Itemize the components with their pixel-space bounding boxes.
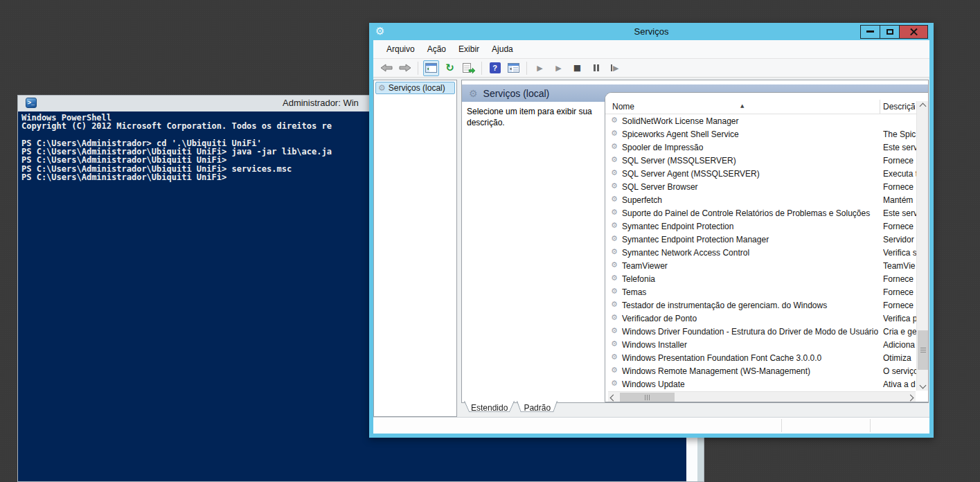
- tree-item-services-local[interactable]: Serviços (local): [375, 82, 455, 94]
- service-row[interactable]: Verificador de Ponto Verifica p: [605, 312, 928, 325]
- panel-title: Serviços (local): [483, 88, 550, 99]
- menu-item[interactable]: Ajuda: [485, 44, 519, 54]
- service-gear-icon: [611, 130, 618, 137]
- service-name: Windows Remote Management (WS-Management…: [622, 366, 878, 376]
- service-name: SQL Server (MSSQLSERVER): [622, 156, 878, 166]
- service-description: Mantém: [883, 195, 918, 205]
- service-name: Windows Installer: [622, 340, 878, 350]
- service-name: SQL Server Agent (MSSQLSERVER): [622, 169, 878, 179]
- horizontal-scrollbar-thumb[interactable]: [620, 393, 675, 402]
- restart-service-button[interactable]: ▶: [607, 60, 623, 76]
- services-titlebar[interactable]: Serviços: [373, 23, 929, 40]
- view-tabs: EstendidoPadrão: [461, 401, 558, 416]
- extended-view-button[interactable]: [506, 60, 522, 76]
- pause-service-button[interactable]: [588, 60, 604, 76]
- service-name: Temas: [622, 287, 878, 297]
- service-row[interactable]: Symantec Endpoint Protection Manager Ser…: [605, 233, 928, 246]
- service-gear-icon: [611, 287, 618, 295]
- services-window-title: Serviços: [373, 26, 929, 37]
- caption-buttons: [860, 25, 928, 39]
- services-client-area: Serviços (local) Serviços (local) Seleci…: [373, 78, 929, 434]
- status-bar-divider: [870, 419, 871, 432]
- horizontal-scrollbar[interactable]: [608, 391, 916, 402]
- stop-service-button[interactable]: ■: [569, 60, 585, 76]
- service-row[interactable]: TeamViewer TeamVie: [605, 259, 928, 272]
- help-button[interactable]: ?: [487, 60, 503, 76]
- service-name: Windows Presentation Foundation Font Cac…: [622, 353, 878, 363]
- services-gear-icon[interactable]: [375, 26, 384, 37]
- service-row[interactable]: SQL Server Agent (MSSQLSERVER) Executa t: [605, 167, 928, 180]
- services-window[interactable]: Serviços ArquivoAçãoExibirAjuda: [369, 23, 934, 438]
- minimize-button[interactable]: [860, 25, 880, 39]
- column-header-name[interactable]: Nome: [612, 102, 634, 111]
- start-service-button-alt[interactable]: ▶: [551, 60, 567, 76]
- service-row[interactable]: Superfetch Mantém: [605, 193, 928, 206]
- start-service-button[interactable]: ▶: [532, 60, 548, 76]
- maximize-button[interactable]: [880, 25, 900, 39]
- service-row[interactable]: Symantec Endpoint Protection Fornece: [605, 220, 928, 233]
- service-gear-icon: [611, 116, 618, 124]
- export-list-button[interactable]: [461, 60, 476, 76]
- service-gear-icon: [611, 208, 618, 216]
- service-row[interactable]: Spiceworks Agent Shell Service The Spic: [605, 127, 928, 141]
- column-divider[interactable]: [880, 100, 880, 114]
- service-row[interactable]: Windows Update Ativa a d: [605, 377, 928, 391]
- vertical-scrollbar[interactable]: [916, 101, 928, 391]
- service-description: Otimiza: [883, 353, 918, 363]
- service-row[interactable]: SQL Server (MSSQLSERVER) Fornece: [605, 154, 928, 167]
- restart-service-icon: ▶: [611, 64, 619, 73]
- service-row[interactable]: Telefonia Fornece: [605, 272, 928, 285]
- powershell-icon[interactable]: >_: [26, 98, 37, 108]
- service-name: Verificador de Ponto: [622, 314, 878, 323]
- close-button[interactable]: [899, 25, 928, 39]
- service-row[interactable]: Temas Fornece: [605, 285, 928, 298]
- sort-ascending-icon: ▲: [740, 103, 744, 109]
- menu-bar: ArquivoAçãoExibirAjuda: [373, 40, 929, 59]
- vertical-scrollbar-thumb[interactable]: [918, 330, 928, 370]
- service-row[interactable]: SQL Server Browser Fornece: [605, 180, 928, 193]
- service-row[interactable]: Windows Driver Foundation - Estrutura do…: [605, 325, 928, 338]
- service-gear-icon: [611, 156, 618, 163]
- forward-icon: [399, 64, 411, 72]
- service-description: Fornece: [883, 222, 918, 231]
- service-name: SolidNetWork License Manager: [622, 116, 878, 126]
- service-name: Testador de instrumentação de gerenciam.…: [622, 301, 878, 310]
- back-icon: [380, 64, 393, 72]
- service-name: Spiceworks Agent Shell Service: [622, 130, 878, 139]
- scroll-left-button[interactable]: [608, 392, 618, 402]
- scroll-right-button[interactable]: [905, 392, 916, 402]
- show-console-tree-icon: [425, 63, 437, 73]
- menu-item[interactable]: Arquivo: [380, 44, 421, 54]
- help-icon: ?: [490, 62, 501, 73]
- show-console-tree-button[interactable]: [423, 60, 439, 76]
- view-tab[interactable]: Estendido: [464, 401, 515, 415]
- service-gear-icon: [611, 235, 618, 242]
- service-row[interactable]: Windows Installer Adiciona: [605, 338, 928, 351]
- service-gear-icon: [611, 380, 618, 387]
- scroll-down-button[interactable]: [917, 380, 929, 391]
- service-name: Symantec Network Access Control: [622, 248, 878, 258]
- desktop: >_ Administrador: Win Windows PowerShell…: [0, 0, 980, 482]
- refresh-icon: ↻: [445, 63, 454, 73]
- menu-item[interactable]: Ação: [421, 44, 452, 54]
- view-tab[interactable]: Padrão: [517, 401, 558, 415]
- services-rows: SolidNetWork License Manager Spiceworks …: [605, 114, 928, 391]
- forward-button[interactable]: [397, 60, 413, 76]
- service-row[interactable]: Suporte do Painel de Controle Relatórios…: [605, 206, 928, 220]
- service-row[interactable]: Windows Presentation Foundation Font Cac…: [605, 351, 928, 364]
- scroll-up-button[interactable]: [917, 101, 929, 111]
- back-button[interactable]: [378, 60, 394, 76]
- service-name: Suporte do Painel de Controle Relatórios…: [622, 208, 878, 218]
- service-row[interactable]: SolidNetWork License Manager: [605, 114, 928, 127]
- menu-item[interactable]: Exibir: [452, 44, 485, 54]
- service-gear-icon: [611, 301, 618, 308]
- service-name: SQL Server Browser: [622, 182, 878, 192]
- service-row[interactable]: Spooler de Impressão Este serv: [605, 141, 928, 154]
- service-row[interactable]: Symantec Network Access Control Verifica…: [605, 246, 928, 259]
- column-header-description[interactable]: Descrição: [883, 102, 915, 111]
- service-row[interactable]: Testador de instrumentação de gerenciam.…: [605, 298, 928, 312]
- service-gear-icon: [611, 182, 618, 190]
- export-list-icon: [463, 63, 475, 73]
- refresh-button[interactable]: ↻: [442, 60, 458, 76]
- service-row[interactable]: Windows Remote Management (WS-Management…: [605, 364, 928, 377]
